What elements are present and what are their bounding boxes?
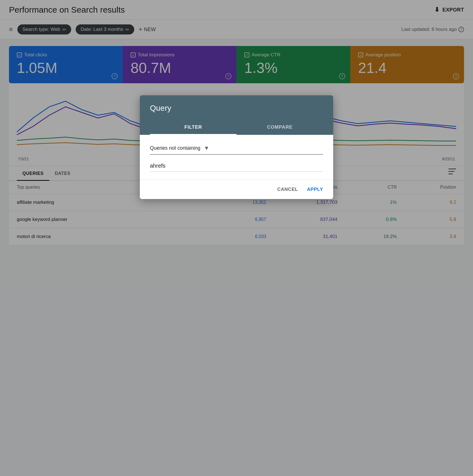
modal-tab-filter[interactable]: FILTER [150,121,237,135]
apply-button[interactable]: APPLY [307,187,323,192]
query-modal: Query FILTER COMPARE Queries not contain… [140,95,333,199]
modal-title: Query [150,104,323,113]
filter-type-dropdown[interactable]: Queries not containing ▼ [150,145,323,155]
modal-body: Queries not containing ▼ [140,135,333,180]
modal-tab-compare[interactable]: COMPARE [237,121,323,135]
modal-actions: CANCEL APPLY [140,180,333,199]
dropdown-label: Queries not containing [150,145,200,151]
cancel-button[interactable]: CANCEL [277,187,298,192]
chevron-down-icon: ▼ [204,145,209,151]
modal-overlay[interactable] [0,0,473,476]
modal-header: Query FILTER COMPARE [140,95,333,135]
text-input-row [150,163,323,172]
query-text-input[interactable] [150,163,323,169]
modal-tabs: FILTER COMPARE [150,121,323,135]
